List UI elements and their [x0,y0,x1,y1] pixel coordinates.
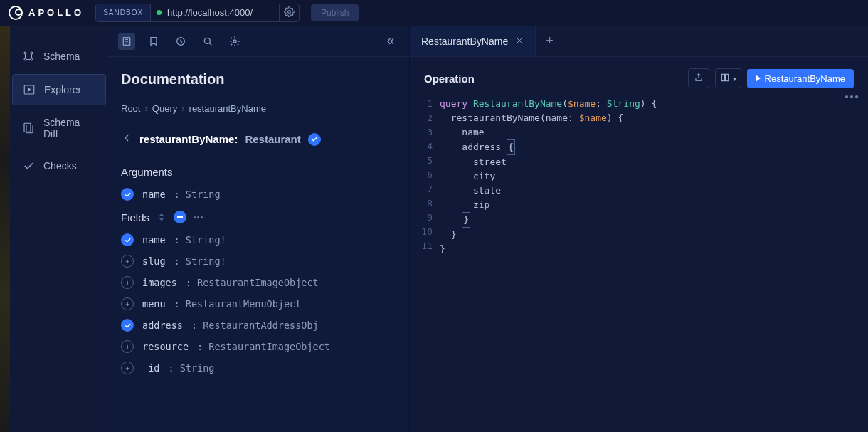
field-type: : String [174,189,221,200]
sidebar-item-schema[interactable]: Schema [12,41,106,71]
sandbox-url-box: SANDBOX http://localhost:4000/ [95,4,300,22]
sandbox-tag: SANDBOX [96,4,151,21]
field-type: : RestaurantMenuObject [174,298,302,310]
tab-label: RestaurantByName [421,36,508,47]
explorer-icon [23,83,36,96]
add-field-button[interactable] [121,255,134,268]
doc-toolbar [108,26,409,57]
field-name: slug [142,255,166,267]
chevron-right-icon: › [144,103,147,114]
apollo-logo-icon [9,6,23,20]
play-icon [756,75,761,82]
field-checked-icon[interactable] [121,188,134,201]
field-type: : String! [174,255,226,267]
settings-button[interactable] [226,33,243,50]
field-row[interactable]: menu: RestaurantMenuObject [121,297,396,310]
checks-icon [22,159,35,172]
editor-code[interactable]: query RestaurantByName($name: String) { … [440,97,868,256]
field-type: : RestaurantAddressObj [191,320,319,331]
add-field-button[interactable] [121,297,134,310]
docs-view-button[interactable] [118,33,135,50]
field-checked-icon[interactable] [121,319,134,332]
field-checked-icon[interactable] [121,233,134,246]
breadcrumb-item[interactable]: restaurantByName [189,103,266,114]
back-arrow-button[interactable] [121,132,132,146]
more-options-button[interactable] [194,216,203,218]
code-editor[interactable]: 1234567891011 query RestaurantByName($na… [410,94,868,256]
history-button[interactable] [172,33,189,50]
signature-type[interactable]: Restaurant [245,133,300,145]
share-button[interactable] [688,68,709,88]
add-field-button[interactable] [121,276,134,289]
field-row[interactable]: images: RestaurantImageObject [121,276,396,289]
sidebar-item-label: Checks [43,160,77,172]
sidebar-item-label: Schema [43,51,80,62]
field-name: images [142,277,177,288]
add-field-button[interactable] [121,340,134,353]
sidebar-item-schema-diff[interactable]: Schema Diff [12,108,106,148]
diff-icon [22,122,35,135]
add-field-button[interactable] [121,362,134,374]
collapse-panel-button[interactable] [382,33,399,50]
operation-panel: RestaurantByName + Operation ▾ Restauran… [410,26,868,432]
field-row[interactable]: resource: RestaurantImageObject [121,340,396,353]
breadcrumb: Root›Query›restaurantByName [121,103,396,114]
gear-icon [284,6,295,19]
apollo-logo: APOLLO [9,6,84,20]
field-type: : String! [174,234,226,246]
fields-label: Fields [121,211,149,223]
deselect-all-button[interactable] [174,211,186,223]
sidebar-item-label: Schema Diff [43,117,96,139]
svg-point-9 [204,38,210,43]
svg-point-10 [233,40,236,43]
svg-point-1 [24,52,26,54]
editor-gutter: 1234567891011 [410,97,440,256]
svg-point-4 [31,58,33,60]
field-name: resource [142,341,189,352]
breadcrumb-item[interactable]: Query [152,103,177,114]
tab-operation[interactable]: RestaurantByName [410,26,536,56]
bookmark-button[interactable] [145,33,162,50]
documentation-panel: Documentation Root›Query›restaurantByNam… [108,26,410,432]
fields-section-header: Fields [121,211,396,223]
chevron-down-icon: ▾ [733,75,736,83]
publish-button[interactable]: Publish [311,4,359,21]
field-row[interactable]: address: RestaurantAddressObj [121,319,396,332]
layout-button[interactable]: ▾ [715,68,741,88]
status-dot-icon [157,10,162,15]
search-button[interactable] [199,33,216,50]
sidebar-nav: Schema Explorer Schema Diff Checks [10,26,108,432]
layout-icon [720,73,730,85]
included-badge-icon [308,133,321,146]
sort-button[interactable] [157,212,166,222]
minus-icon [177,216,183,218]
editor-more-button[interactable] [845,95,858,98]
signature-name: restaurantByName: [139,133,238,145]
url-input[interactable]: http://localhost:4000/ [151,7,279,18]
close-tab-button[interactable] [515,36,524,47]
url-text[interactable]: http://localhost:4000/ [167,7,253,18]
svg-rect-6 [24,123,31,132]
field-name: _id [142,362,159,374]
share-icon [694,73,704,85]
field-row[interactable]: slug: String! [121,255,396,268]
documentation-title: Documentation [121,71,396,88]
settings-gear-button[interactable] [279,4,299,21]
field-row[interactable]: name: String! [121,233,396,246]
field-row[interactable]: _id: String [121,362,396,374]
breadcrumb-item[interactable]: Root [121,103,140,114]
schema-icon [22,50,35,63]
sidebar-item-checks[interactable]: Checks [12,151,106,181]
argument-row[interactable]: name: String [121,188,396,201]
run-operation-button[interactable]: RestaurantByName [747,69,854,88]
svg-point-0 [288,10,291,13]
field-name: name [142,234,166,246]
field-name: menu [142,298,166,310]
operation-header: Operation [424,73,682,85]
chevron-right-icon: › [181,103,184,114]
field-type: : String [168,362,214,374]
run-label: RestaurantByName [765,73,845,84]
field-type: : RestaurantImageObject [186,277,319,288]
add-tab-button[interactable]: + [536,33,563,48]
sidebar-item-explorer[interactable]: Explorer [12,74,106,105]
